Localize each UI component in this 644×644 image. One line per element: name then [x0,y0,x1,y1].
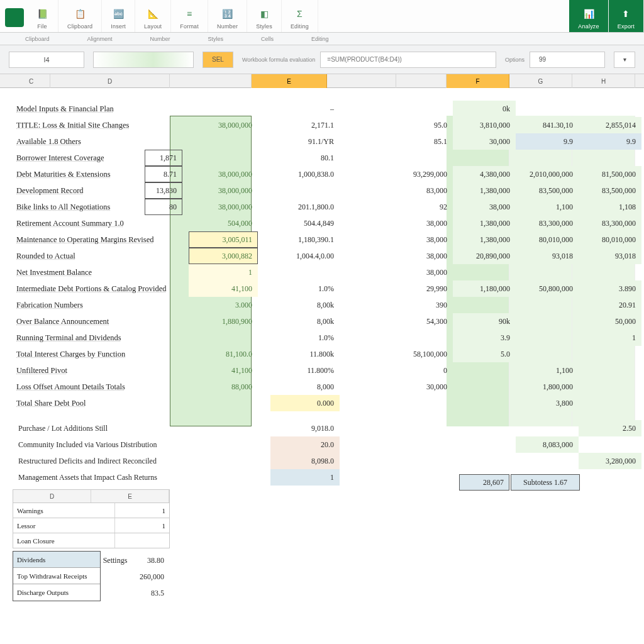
cell[interactable]: 41,100 [189,280,258,297]
cell[interactable]: 1 [189,264,258,280]
cell[interactable]: 20,890,000 [453,248,516,264]
cell[interactable]: 81,100.0 [189,346,258,362]
cell[interactable]: 1,004.4,0.00 [270,248,340,264]
cell[interactable]: 38,000,000 [189,166,258,182]
cell[interactable]: 93,018 [516,248,579,264]
cell[interactable]: 1,000,838.0 [270,166,340,182]
subribbon-item[interactable]: Number [150,36,170,42]
cell[interactable]: 1 [114,518,169,533]
subtable-row[interactable]: Loan Closure [13,533,170,548]
col-header[interactable]: H [572,74,635,88]
cell[interactable]: 38,000 [402,231,453,248]
cell[interactable]: 1,108 [579,199,641,215]
cell[interactable]: 504.4,849 [270,215,340,231]
cell[interactable]: 80.1 [270,150,340,166]
subtable-col[interactable]: D [13,490,91,502]
ribbon-group-8[interactable]: 📊Analyze [569,0,608,32]
cell[interactable]: 38,000,000 [189,199,258,215]
subtable-row[interactable]: Top Withdrawal Receipts [13,568,100,584]
cell[interactable]: 1,380,000 [453,215,516,231]
ribbon-group-9[interactable]: ⬆Export [609,0,644,32]
ribbon-group-0[interactable]: 📗File [26,0,58,32]
cell[interactable]: 29,990 [402,280,453,297]
cell[interactable]: 91.1/YR [270,133,340,150]
subtable-row[interactable]: Lessor1 [13,518,170,533]
ribbon-group-6[interactable]: ◧Styles [247,0,282,32]
cell[interactable]: 2,010,000,000 [516,166,579,182]
cell[interactable]: 1.0% [270,280,340,297]
ribbon-group-4[interactable]: ≡Format [171,0,208,32]
cell[interactable]: – [270,101,340,117]
cell[interactable]: 9,018.0 [270,420,340,436]
cell[interactable] [114,533,169,548]
cell[interactable]: 93,018 [579,248,641,264]
cell[interactable]: 3,810,000 [453,117,516,133]
cell[interactable]: 8,00k [270,313,340,330]
opt-highlight-button[interactable]: SEL [203,52,233,68]
col-header[interactable] [327,74,396,88]
cell[interactable]: 1,100 [516,362,579,379]
subribbon-item[interactable]: Cells [261,36,274,42]
cell[interactable]: 0k [453,101,516,117]
ribbon-group-1[interactable]: 📋Clipboard [58,0,102,32]
cell[interactable]: 1 [114,503,169,518]
cell[interactable]: 8,083,000 [516,436,579,453]
cell[interactable]: 1,180,000 [453,280,516,297]
cell[interactable]: 1,180,390.1 [270,231,340,248]
subribbon-item[interactable]: Alignment [87,36,113,42]
cell[interactable]: 83,000 [402,182,453,199]
cell[interactable]: 38,000,000 [189,117,258,133]
subtable-row[interactable]: Dividends [13,552,100,568]
col-header-selected[interactable]: E [252,74,327,88]
cell[interactable]: 1,380,000 [453,182,516,199]
subtable-col[interactable]: E [91,490,169,502]
subtable-row[interactable]: Warnings1 [13,503,170,518]
cell[interactable]: 92 [402,199,453,215]
cell[interactable]: 1,100 [516,199,579,215]
cell[interactable]: 38,000 [402,264,453,280]
cell[interactable]: 3,000,882 [189,248,258,264]
cell[interactable]: 58,100,000 [402,346,453,362]
cell[interactable]: 83,300,000 [579,215,641,231]
subribbon-item[interactable]: Clipboard [25,36,50,42]
cell[interactable]: 9.9 [579,133,641,150]
col-header[interactable] [170,74,252,88]
cell[interactable]: 3.000 [189,297,258,313]
cell[interactable]: 54,300 [402,313,453,330]
cell[interactable]: 5.0 [453,346,516,362]
cell[interactable]: 260,000 [119,569,170,585]
ribbon-group-5[interactable]: 🔢Number [208,0,247,32]
cell[interactable]: 38,000,000 [189,182,258,199]
options-expand-button[interactable]: ▾ [614,52,635,68]
cell[interactable]: 11.800k [270,346,340,362]
cell[interactable]: 2.50 [579,420,641,436]
cell[interactable]: 80,010,000 [516,231,579,248]
cell[interactable]: 81,500,000 [579,166,641,182]
cell[interactable]: 38,000 [402,248,453,264]
cell[interactable]: 0.000 [270,395,340,411]
col-header-selected[interactable]: F [447,74,509,88]
cell[interactable]: 50,800,000 [516,280,579,297]
cell[interactable]: 390 [402,297,453,313]
ribbon-group-3[interactable]: 📐Layout [135,0,171,32]
cell[interactable]: 83.5 [119,585,170,601]
cell[interactable]: 80,010,000 [579,231,641,248]
cell[interactable]: 8,098.0 [270,453,340,469]
cell[interactable]: 8,000 [270,379,340,395]
cell[interactable]: 4,380,000 [453,166,516,182]
cell[interactable]: 90k [453,313,516,330]
cell[interactable]: 9.9 [516,133,579,150]
subtable-row[interactable]: Discharge Outputs [13,584,100,601]
name-box[interactable]: I4 [9,52,84,68]
cell[interactable]: 88,000 [189,379,258,395]
subtotal-cell[interactable]: 28,607 [459,474,509,491]
options-box[interactable]: 99 [530,52,605,68]
cell[interactable]: 85.1 [402,133,453,150]
cell[interactable]: 1 [579,330,641,346]
cell[interactable]: 841.30,10 [516,117,579,133]
cell[interactable]: 3.890 [579,280,641,297]
cell[interactable]: 93,299,000 [402,166,453,182]
cell[interactable]: 2,855,014 [579,117,641,133]
cell[interactable]: 38,000 [453,199,516,215]
cell[interactable]: 1,800,000 [516,379,579,395]
